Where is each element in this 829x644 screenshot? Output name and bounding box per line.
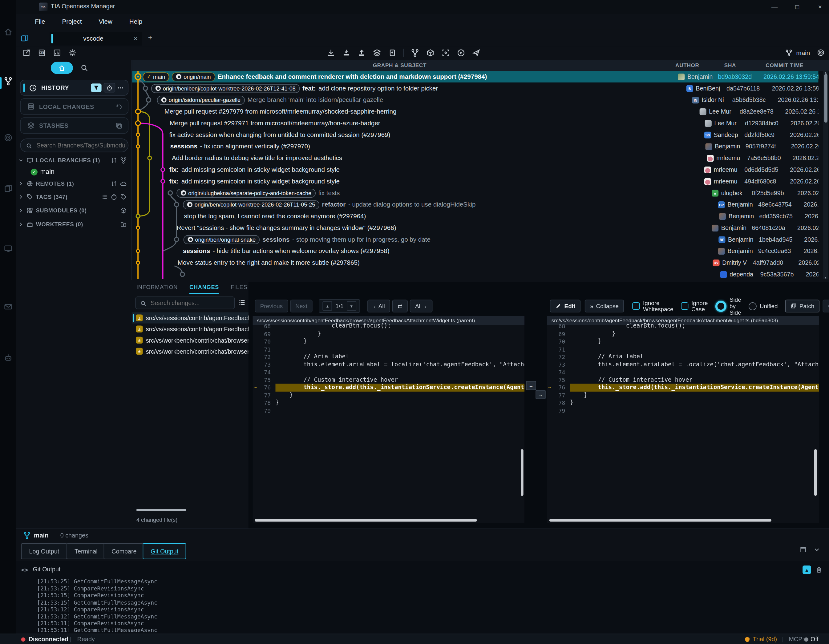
export-icon[interactable] [22,49,30,57]
branch-badge[interactable]: ✓ origin/ben/copilot-worktree-2026-02-26… [183,200,319,209]
sidebar-item-worktrees[interactable]: WORKTREES (0) [18,219,130,229]
commit-row[interactable]: ✓ Merge pull request #297979 from micros… [132,105,818,117]
sidebar-item-local-branches[interactable]: LOCAL BRANCHES (1) [18,155,130,165]
send-icon[interactable] [472,49,481,57]
menu-view[interactable]: View [90,18,121,25]
tab-compare[interactable]: Compare [104,543,145,559]
stash-icon[interactable] [373,49,381,57]
bot-icon[interactable] [4,353,13,362]
home-icon[interactable] [4,27,13,36]
commit-row[interactable]: ✓ dependa 9c53a3567b 2026.02. [132,268,818,279]
fetch-icon[interactable] [327,49,335,57]
scroll-up-icon[interactable]: ▲ [823,71,828,74]
diff-left-vscrollbar-thumb[interactable] [521,449,523,496]
next-button[interactable]: Next [290,299,312,312]
cube-icon[interactable] [120,206,127,214]
minimize-button[interactable]: — [766,2,782,12]
settings-gear-icon[interactable] [68,49,76,57]
pages-icon[interactable] [4,184,13,193]
tab-terminal[interactable]: Terminal [66,543,105,559]
display-icon[interactable] [4,244,13,253]
commit-list-scrollbar[interactable]: ▲ ▼ [823,71,828,279]
apply-right-icon[interactable]: → [536,390,546,399]
windows-icon[interactable] [20,34,28,42]
previous-button[interactable]: Previous [255,299,288,312]
sidebar-item-tags[interactable]: TAGS (347) [18,191,130,202]
chevron-right-icon[interactable] [18,180,24,187]
branch-badge[interactable]: origin/main [172,72,215,81]
side-by-side-radio[interactable] [716,301,727,312]
branches-icon[interactable] [4,77,13,86]
changed-file-row[interactable]: ± src/vs/sessions/contrib/agentFeedback [132,312,249,324]
changed-file-row[interactable]: ± src/vs/workbench/contrib/chat/browser [132,335,249,346]
col-commit-time[interactable]: COMMIT TIME [753,63,816,68]
scan-icon[interactable] [441,49,450,57]
sort-icon[interactable] [110,180,117,187]
diff-right-hscrollbar-thumb[interactable] [549,519,771,522]
trial-label[interactable]: Trial (9d) [753,636,777,642]
branch-badge[interactable]: ✓ main [143,72,169,81]
patch-file-icon[interactable] [388,49,396,57]
apply-left-icon[interactable]: ← [526,381,536,390]
pager-up-icon[interactable]: ▲ [323,301,332,311]
files-hscrollbar-thumb[interactable] [136,509,186,511]
tab-vscode[interactable]: vscode × [50,32,142,46]
tab-log-output[interactable]: Log Output [21,543,67,559]
swap-button[interactable]: ⇄ [392,299,408,312]
commit-row[interactable]: ✓ origin/ben/copilot-worktree-2026-02-26… [132,199,818,211]
commit-row[interactable]: ✓ fix: add missing semicolon in sticky w… [132,175,818,187]
pull-icon[interactable] [342,49,350,57]
branch-badge[interactable]: ✓ origin/ben/original-snake [184,235,260,244]
add-tag-icon[interactable] [120,193,127,200]
ignore-whitespace-checkbox[interactable] [632,302,640,310]
history-more-icon[interactable]: ⋯ [117,84,124,91]
diff-right-vscrollbar-thumb[interactable] [814,449,817,496]
changes-search-input[interactable] [150,299,234,307]
panel-collapse-icon[interactable] [813,545,821,553]
commit-row[interactable]: ✓ fix: add missing semicolon in sticky w… [132,164,818,175]
tab-information[interactable]: INFORMATION [136,284,178,294]
commit-row[interactable]: ✓ origin/ulugbekna/separate-policy-and-t… [132,187,818,199]
pager-down-icon[interactable]: ▼ [347,301,356,311]
run-icon[interactable] [457,49,465,57]
filter-icon[interactable] [91,83,101,92]
push-icon[interactable] [358,49,366,57]
changed-file-row[interactable]: ± src/vs/workbench/contrib/chat/browser [132,346,249,357]
edit-button[interactable]: Edit [550,299,580,312]
tab-files[interactable]: FILES [231,284,247,294]
sidebar-search-icon[interactable] [80,64,88,72]
sort-icon[interactable] [110,156,117,164]
scroll-down-icon[interactable]: ▼ [823,276,828,279]
ignore-case-checkbox[interactable] [681,302,688,310]
sidebar-home-button[interactable] [51,62,73,74]
all-left-button[interactable]: ←All [367,299,390,312]
log-file-icon[interactable] [38,49,46,57]
chart-icon[interactable] [53,49,61,57]
close-button[interactable]: × [812,2,828,12]
chevron-down-icon[interactable] [18,156,24,164]
list-icon[interactable] [101,193,108,200]
tab-close-icon[interactable]: × [134,35,137,42]
col-sha[interactable]: SHA [708,63,753,68]
commit-row[interactable]: ✓ Add border radius to debug view title … [132,152,818,164]
target-icon[interactable] [4,133,13,142]
sidebar-item-branch-main[interactable]: ✓ main [18,167,130,177]
commit-row[interactable]: ✓ sessions - fix icon alignment vertical… [132,141,818,153]
commit-row[interactable]: ✓ origin/isidorn/peculiar-gazelle Merge … [132,94,818,106]
add-worktree-icon[interactable] [120,220,127,228]
scrollbar-thumb[interactable] [824,74,827,123]
stashes-panel[interactable]: STASHES [20,117,128,134]
sidebar-item-remotes[interactable]: REMOTES (1) [18,178,130,189]
commit-row[interactable]: ✓ main origin/main Enhance feedback and … [132,71,818,82]
collapse-button[interactable]: »Collapse [585,299,624,312]
col-graph-subject[interactable]: GRAPH & SUBJECT [132,63,667,68]
commit-row[interactable]: ✓ origin/ben/original-snake sessions - s… [132,234,818,246]
add-remote-icon[interactable] [120,180,127,187]
new-tab-button[interactable]: + [148,33,153,42]
commit-row[interactable]: ✓ Revert "sessions - show file changes s… [132,222,818,234]
chevron-right-icon[interactable] [18,206,24,214]
current-branch-label[interactable]: main [796,49,810,56]
changes-menu-icon[interactable] [238,299,246,307]
clear-button[interactable]: Clear [823,299,829,312]
timer-icon[interactable] [104,83,115,93]
